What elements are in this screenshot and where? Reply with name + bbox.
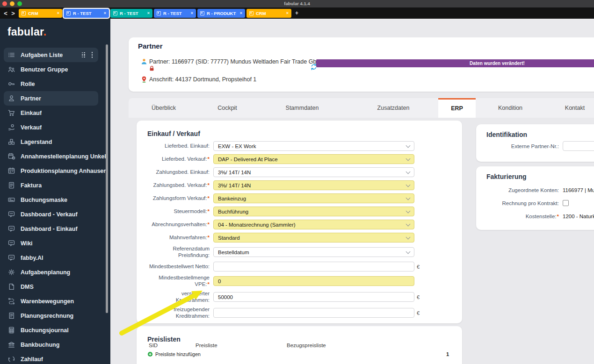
einkauf-verkauf-card: Einkauf / Verkauf Lieferbed. Einkauf:EXW… <box>137 121 462 323</box>
field-lieferbed-verkauf-select[interactable]: DAP - Delivered At Place <box>213 154 414 164</box>
field-value: 04 - Monatsrechnung (Sammler) <box>218 222 296 228</box>
partner-info-row: Partner: 1166977 (SID: 77777) Mundus Wel… <box>140 58 320 65</box>
field-mindestbestellmenge-vpe-input[interactable]: 0 <box>213 276 414 286</box>
sidebar-item-label: fabby.AI <box>21 255 43 261</box>
tab-close-icon[interactable]: × <box>286 11 289 15</box>
sidebar-item-label: Verkauf <box>21 124 42 131</box>
sidebar-item-wiki[interactable]: Wiki <box>0 236 110 250</box>
field-label: Zugeordnete Konten: <box>480 187 559 193</box>
form-row-zahlungsbed-einkauf: Zahlungsbed. Einkauf:3%/ 14T/ 14N <box>141 167 422 177</box>
sidebar-item-aufgabenplanung[interactable]: Aufgabenplanung <box>0 265 110 279</box>
browser-tab-r-produktiv-4[interactable]: R - PRODUKTIV× <box>197 9 245 18</box>
externe-partner-nr-input[interactable] <box>563 141 594 151</box>
field-abrechnungsverhalten-select[interactable]: 04 - Monatsrechnung (Sammler) <box>213 220 414 229</box>
kebab-menu-icon[interactable] <box>92 52 93 58</box>
sidebar-item-label: Zahllauf <box>21 356 43 363</box>
sidebar-item-dashboard-einkauf[interactable]: Dashboard - Einkauf <box>0 221 110 236</box>
back-button[interactable]: < <box>2 10 9 17</box>
sidebar-item-lagerstand[interactable]: Lagerstand <box>0 135 110 149</box>
sidebar-item-label: DMS <box>21 284 34 290</box>
tab-close-icon[interactable]: × <box>104 11 106 15</box>
rechnung-pro-kontrakt-checkbox[interactable] <box>563 200 569 206</box>
forward-button[interactable]: > <box>9 10 17 17</box>
field-freizugebender-kreditrahmen-input[interactable] <box>213 308 414 318</box>
sidebar-item-zahllauf[interactable]: Zahllauf <box>0 352 110 364</box>
page-title: Partner <box>138 42 163 50</box>
drag-handle-icon[interactable] <box>82 52 85 58</box>
browser-tab-r-test-2[interactable]: R - TEST× <box>110 9 152 18</box>
sidebar-item-einkauf[interactable]: Einkauf <box>0 106 110 120</box>
new-tab-button[interactable]: + <box>295 10 298 16</box>
form-row-versicherter-kreditrahmen: versicherter Kreditrahmen:50000€ <box>141 291 422 303</box>
lock-icon[interactable] <box>149 65 155 72</box>
key-icon <box>7 80 15 88</box>
required-marker: * <box>208 195 210 201</box>
browser-tab-r-test-1[interactable]: R - TEST× <box>64 9 109 18</box>
sidebar-item-buchungsjournal[interactable]: Buchungsjournal <box>0 323 110 337</box>
tab-kontakt[interactable]: Kontakt <box>565 98 585 118</box>
tab-zusatzdaten[interactable]: Zusatzdaten <box>377 98 410 118</box>
column-header-sid: SID <box>149 343 196 348</box>
sidebar-item-label: Planungsrechnung <box>21 313 73 319</box>
field-zahlungsbed-verkauf-select[interactable]: 3%/ 14T/ 14N <box>213 180 414 190</box>
sidebar-item-fabby-ai[interactable]: fabby.AI <box>0 250 110 265</box>
sidebar-item-verkauf[interactable]: Verkauf <box>0 120 110 135</box>
sidebar-item-planungsrechnung[interactable]: Planungsrechnung <box>0 308 110 323</box>
sidebar-item-dms[interactable]: DMS <box>0 279 110 294</box>
sidebar-item-buchungsmaske[interactable]: Buchungsmaske <box>0 193 110 207</box>
field-versicherter-kreditrahmen-input[interactable]: 50000 <box>213 292 414 302</box>
sidebar-item-aufgaben-liste[interactable]: Aufgaben Liste <box>4 48 98 62</box>
field-value: 3%/ 14T/ 14N <box>218 183 251 188</box>
field-zahlungsform-verkauf-select[interactable]: Bankeinzug <box>213 193 414 203</box>
column-header-bezugspreisliste: Bezugspreisliste <box>287 343 326 348</box>
browser-tab-r-test-3[interactable]: R - TEST× <box>154 9 196 18</box>
sidebar-item-bankbuchung[interactable]: Bankbuchung <box>0 337 110 352</box>
sidebar-item-benutzer-gruppe[interactable]: Benutzer Gruppe <box>0 62 110 77</box>
tab-close-icon[interactable]: × <box>191 11 193 15</box>
tab-cockpit[interactable]: Cockpit <box>217 98 237 118</box>
tab-erp[interactable]: ERP <box>438 98 476 118</box>
sidebar-item-partner[interactable]: Partner <box>4 91 98 106</box>
sidebar-item-warenbewegungen[interactable]: Warenbewegungen <box>0 294 110 308</box>
field-steuermodell-select[interactable]: Buchführung <box>213 207 414 216</box>
field-referenzdatum-preisfindung-select[interactable]: Bestelldatum <box>213 247 414 257</box>
field-lieferbed-einkauf-select[interactable]: EXW - EX Work <box>213 141 414 151</box>
field-mindestbestellwert-netto-input[interactable] <box>213 262 414 271</box>
planning-icon <box>7 152 15 160</box>
sidebar-item-faktura[interactable]: Faktura <box>0 178 110 193</box>
tab-close-icon[interactable]: × <box>147 11 150 15</box>
sidebar-item-dashboard-verkauf[interactable]: Dashboard - Verkauf <box>0 207 110 221</box>
sidebar-item-rolle[interactable]: Rolle <box>0 77 110 91</box>
tab-uberblick[interactable]: Überblick <box>152 98 176 118</box>
tab-favicon <box>200 11 204 15</box>
tab-kondition[interactable]: Kondition <box>498 98 522 118</box>
field-value: 1200 - Naturkost <box>563 213 594 219</box>
person-icon <box>7 94 15 102</box>
field-label: Mindestbestellwert Netto: <box>141 264 210 270</box>
field-mahnverfahren-select[interactable]: Standard <box>213 233 414 243</box>
tab-label: R - PRODUKTIV <box>207 11 236 16</box>
field-zahlungsbed-einkauf-select[interactable]: 3%/ 14T/ 14N <box>213 167 414 177</box>
tab-stammdaten[interactable]: Stammdaten <box>286 98 319 118</box>
fakt-row-kostenstelle: Kostenstelle:*1200 - Naturkost <box>480 211 594 221</box>
browser-tab-crm-5[interactable]: CRM× <box>246 9 291 18</box>
fakturierung-card: Fakturierung Zugeordnete Konten:1166977 … <box>476 166 594 230</box>
sidebar-item-label: Einkauf <box>21 110 42 116</box>
sidebar-item-label: Warenbewegungen <box>21 298 74 305</box>
browser-tab-crm-0[interactable]: CRM× <box>19 9 62 18</box>
sidebar-scrollbar[interactable] <box>106 44 108 313</box>
tab-close-icon[interactable]: × <box>240 11 242 15</box>
window-titlebar: fabular 4.1.4 <box>0 0 594 7</box>
browser-tabs: CRM×R - TEST×R - TEST×R - TEST×R - PRODU… <box>19 9 291 18</box>
add-preisliste-link[interactable]: Preisliste hinzufügen <box>147 351 201 357</box>
sidebar-item-produktionsplanung-anhausen[interactable]: Produktionsplanung Anhausen <box>0 164 110 178</box>
tab-close-icon[interactable]: × <box>57 11 59 15</box>
sidebar-item-annahmestellenplanung-unkel[interactable]: Annahmestellenplanung Unkel <box>0 149 110 164</box>
field-label: Lieferbed. Verkauf:* <box>141 156 210 163</box>
field-label: Rechnung pro Kontrakt: <box>480 200 559 206</box>
required-marker: * <box>208 235 210 240</box>
sidebar-item-label: Bankbuchung <box>21 342 59 348</box>
partner-person-icon <box>140 58 148 65</box>
tab-label: R - TEST <box>73 11 100 16</box>
form-row-lieferbed-einkauf: Lieferbed. Einkauf:EXW - EX Work <box>141 141 422 151</box>
